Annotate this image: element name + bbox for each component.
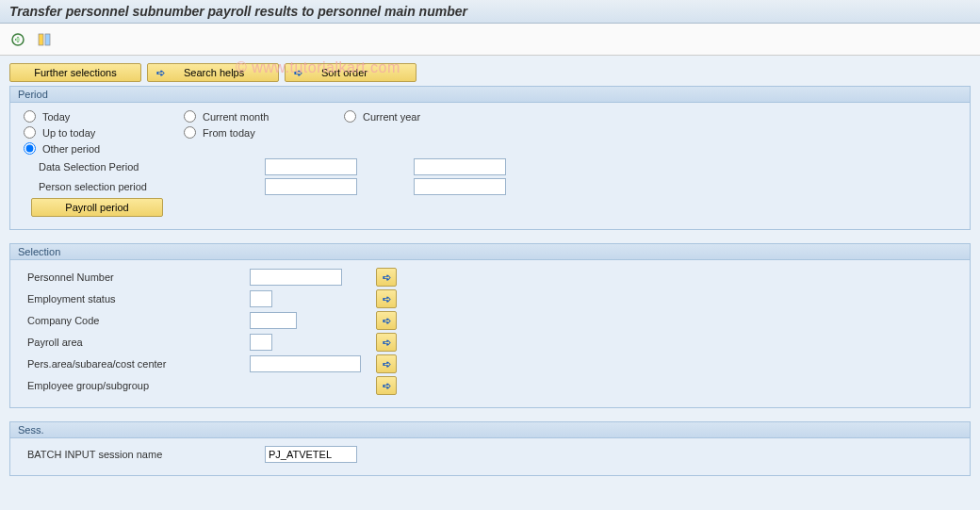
arrow-right-icon: ➪ — [380, 357, 393, 370]
arrow-right-icon: ➪ — [291, 66, 304, 79]
data-selection-period-label: Data Selection Period — [24, 161, 265, 173]
search-helps-button[interactable]: ➪ Search helps — [147, 63, 279, 82]
data-selection-to-input[interactable] — [414, 158, 506, 175]
further-selections-button[interactable]: Further selections — [9, 63, 141, 82]
arrow-right-icon: ➪ — [380, 379, 393, 392]
period-groupbox: Period Today Current month Current year … — [9, 86, 971, 230]
arrow-right-icon: ➪ — [380, 271, 393, 284]
radio-today[interactable]: Today — [24, 110, 184, 123]
svg-point-1 — [16, 37, 20, 41]
radio-up-to-today[interactable]: Up to today — [24, 126, 184, 139]
payroll-area-input[interactable] — [250, 334, 272, 351]
content-area: Further selections ➪ Search helps ➪ Sort… — [0, 56, 980, 510]
selection-legend: Selection — [10, 244, 970, 260]
pers-area-input[interactable] — [250, 355, 361, 372]
to-label: To — [357, 161, 414, 173]
search-helps-label: Search helps — [184, 67, 244, 78]
person-selection-from-input[interactable] — [265, 178, 357, 195]
payroll-period-button[interactable]: Payroll period — [31, 198, 163, 217]
multiple-selection-button[interactable]: ➪ — [376, 354, 397, 373]
multiple-selection-button[interactable]: ➪ — [376, 376, 397, 395]
radio-current-year[interactable]: Current year — [344, 110, 504, 123]
radio-other-period[interactable]: Other period — [24, 142, 184, 155]
pers-area-label: Pers.area/subarea/cost center — [24, 358, 250, 370]
selection-groupbox: Selection Personnel Number ➪ Employment … — [9, 243, 971, 408]
selection-buttons-row: Further selections ➪ Search helps ➪ Sort… — [9, 63, 971, 82]
arrow-right-icon: ➪ — [380, 314, 393, 327]
arrow-right-icon: ➪ — [380, 292, 393, 305]
arrow-right-icon: ➪ — [154, 66, 167, 79]
arrow-right-icon: ➪ — [380, 336, 393, 349]
payroll-area-label: Payroll area — [24, 337, 250, 348]
personnel-number-label: Personnel Number — [24, 271, 250, 283]
sess-legend: Sess. — [10, 422, 970, 438]
batch-input-session-input[interactable] — [265, 446, 357, 463]
multiple-selection-button[interactable]: ➪ — [376, 289, 397, 308]
multiple-selection-button[interactable]: ➪ — [376, 311, 397, 330]
multiple-selection-button[interactable]: ➪ — [376, 268, 397, 287]
radio-current-month[interactable]: Current month — [184, 110, 344, 123]
data-selection-from-input[interactable] — [265, 158, 357, 175]
personnel-number-input[interactable] — [250, 269, 342, 286]
company-code-input[interactable] — [250, 312, 297, 329]
employment-status-label: Employment status — [24, 293, 250, 304]
execute-icon[interactable] — [9, 31, 26, 48]
to-label-2: To — [357, 181, 414, 192]
emp-group-label: Employee group/subgroup — [24, 380, 250, 391]
person-selection-to-input[interactable] — [414, 178, 506, 195]
company-code-label: Company Code — [24, 315, 250, 326]
sort-order-button[interactable]: ➪ Sort order — [285, 63, 416, 82]
window-title: Transfer personnel subnumber payroll res… — [0, 0, 980, 24]
period-legend: Period — [10, 87, 970, 103]
employment-status-input[interactable] — [250, 290, 272, 307]
radio-from-today[interactable]: From today — [184, 126, 344, 139]
batch-input-label: BATCH INPUT session name — [24, 449, 265, 460]
sort-order-label: Sort order — [321, 67, 368, 78]
select-all-icon[interactable] — [36, 31, 53, 48]
sess-groupbox: Sess. BATCH INPUT session name — [9, 421, 971, 476]
person-selection-period-label: Person selection period — [24, 181, 265, 192]
multiple-selection-button[interactable]: ➪ — [376, 333, 397, 352]
svg-rect-3 — [45, 34, 50, 45]
app-toolbar: © www.tutorialkart.com — [0, 24, 980, 56]
svg-rect-2 — [39, 34, 43, 45]
